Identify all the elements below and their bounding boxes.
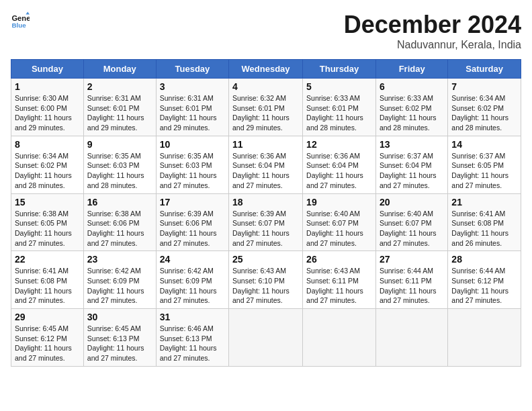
calendar-cell — [375, 309, 447, 367]
calendar-cell: 5Sunrise: 6:33 AM Sunset: 6:01 PM Daylig… — [303, 79, 376, 136]
day-info: Sunrise: 6:40 AM Sunset: 6:07 PM Dayligh… — [306, 209, 372, 248]
calendar-cell: 1Sunrise: 6:30 AM Sunset: 6:00 PM Daylig… — [11, 79, 84, 136]
day-info: Sunrise: 6:39 AM Sunset: 6:06 PM Dayligh… — [160, 209, 225, 248]
day-info: Sunrise: 6:42 AM Sunset: 6:09 PM Dayligh… — [160, 266, 225, 306]
day-number: 9 — [87, 139, 152, 150]
day-number: 25 — [232, 254, 299, 265]
calendar-cell: 17Sunrise: 6:39 AM Sunset: 6:06 PM Dayli… — [156, 193, 228, 251]
calendar-cell: 25Sunrise: 6:43 AM Sunset: 6:10 PM Dayli… — [229, 251, 303, 309]
calendar-cell: 3Sunrise: 6:31 AM Sunset: 6:01 PM Daylig… — [156, 79, 228, 136]
day-number: 26 — [306, 254, 372, 265]
day-number: 23 — [87, 254, 152, 265]
day-info: Sunrise: 6:36 AM Sunset: 6:04 PM Dayligh… — [232, 151, 299, 191]
calendar-cell: 27Sunrise: 6:44 AM Sunset: 6:11 PM Dayli… — [375, 251, 447, 309]
svg-text:Blue: Blue — [11, 21, 26, 29]
calendar-cell: 20Sunrise: 6:40 AM Sunset: 6:07 PM Dayli… — [375, 193, 447, 251]
day-number: 22 — [15, 254, 80, 265]
day-info: Sunrise: 6:36 AM Sunset: 6:04 PM Dayligh… — [306, 151, 372, 191]
calendar-cell: 30Sunrise: 6:45 AM Sunset: 6:13 PM Dayli… — [83, 309, 156, 367]
calendar-cell: 4Sunrise: 6:32 AM Sunset: 6:01 PM Daylig… — [229, 79, 303, 136]
calendar-cell: 31Sunrise: 6:46 AM Sunset: 6:13 PM Dayli… — [156, 309, 228, 367]
day-info: Sunrise: 6:43 AM Sunset: 6:11 PM Dayligh… — [306, 266, 372, 306]
calendar-cell: 18Sunrise: 6:39 AM Sunset: 6:07 PM Dayli… — [229, 193, 303, 251]
day-number: 5 — [306, 81, 372, 92]
calendar-week-1: 1Sunrise: 6:30 AM Sunset: 6:00 PM Daylig… — [11, 79, 521, 136]
day-number: 30 — [87, 312, 152, 322]
calendar-cell: 6Sunrise: 6:33 AM Sunset: 6:02 PM Daylig… — [375, 79, 447, 136]
calendar-week-5: 29Sunrise: 6:45 AM Sunset: 6:12 PM Dayli… — [11, 309, 521, 367]
day-number: 2 — [87, 81, 152, 92]
day-number: 17 — [160, 197, 225, 208]
calendar-cell: 29Sunrise: 6:45 AM Sunset: 6:12 PM Dayli… — [11, 309, 84, 367]
calendar-cell: 10Sunrise: 6:35 AM Sunset: 6:03 PM Dayli… — [156, 136, 228, 193]
day-number: 15 — [15, 197, 80, 208]
day-info: Sunrise: 6:35 AM Sunset: 6:03 PM Dayligh… — [87, 151, 152, 191]
svg-marker-2 — [26, 11, 30, 14]
column-header-thursday: Thursday — [303, 60, 376, 79]
day-number: 12 — [306, 139, 372, 150]
calendar-cell: 12Sunrise: 6:36 AM Sunset: 6:04 PM Dayli… — [303, 136, 376, 193]
column-header-tuesday: Tuesday — [156, 60, 228, 79]
calendar-cell — [303, 309, 376, 367]
day-number: 3 — [160, 81, 225, 92]
day-info: Sunrise: 6:40 AM Sunset: 6:07 PM Dayligh… — [380, 209, 444, 248]
day-number: 1 — [15, 81, 80, 92]
calendar-cell: 13Sunrise: 6:37 AM Sunset: 6:04 PM Dayli… — [375, 136, 447, 193]
day-info: Sunrise: 6:41 AM Sunset: 6:08 PM Dayligh… — [15, 266, 80, 306]
column-header-friday: Friday — [375, 60, 447, 79]
calendar-week-2: 8Sunrise: 6:34 AM Sunset: 6:02 PM Daylig… — [11, 136, 521, 193]
calendar-table: SundayMondayTuesdayWednesdayThursdayFrid… — [11, 59, 521, 367]
calendar-cell: 11Sunrise: 6:36 AM Sunset: 6:04 PM Dayli… — [229, 136, 303, 193]
calendar-cell: 26Sunrise: 6:43 AM Sunset: 6:11 PM Dayli… — [303, 251, 376, 309]
day-info: Sunrise: 6:35 AM Sunset: 6:03 PM Dayligh… — [160, 151, 225, 191]
day-info: Sunrise: 6:31 AM Sunset: 6:01 PM Dayligh… — [87, 93, 152, 133]
day-number: 13 — [380, 139, 444, 150]
day-info: Sunrise: 6:39 AM Sunset: 6:07 PM Dayligh… — [232, 209, 299, 248]
calendar-cell — [229, 309, 303, 367]
day-info: Sunrise: 6:38 AM Sunset: 6:05 PM Dayligh… — [15, 209, 80, 248]
day-info: Sunrise: 6:33 AM Sunset: 6:02 PM Dayligh… — [380, 93, 444, 133]
day-number: 7 — [451, 81, 517, 92]
day-info: Sunrise: 6:37 AM Sunset: 6:04 PM Dayligh… — [380, 151, 444, 191]
day-number: 27 — [380, 254, 444, 265]
day-info: Sunrise: 6:44 AM Sunset: 6:12 PM Dayligh… — [451, 266, 517, 306]
day-info: Sunrise: 6:42 AM Sunset: 6:09 PM Dayligh… — [87, 266, 152, 306]
calendar-cell — [448, 309, 521, 367]
day-info: Sunrise: 6:34 AM Sunset: 6:02 PM Dayligh… — [451, 93, 517, 133]
day-number: 14 — [451, 139, 517, 150]
day-number: 29 — [15, 312, 80, 322]
day-info: Sunrise: 6:45 AM Sunset: 6:13 PM Dayligh… — [87, 324, 152, 363]
calendar-header-row: SundayMondayTuesdayWednesdayThursdayFrid… — [11, 60, 521, 79]
day-number: 24 — [160, 254, 225, 265]
calendar-cell: 22Sunrise: 6:41 AM Sunset: 6:08 PM Dayli… — [11, 251, 84, 309]
day-number: 8 — [15, 139, 80, 150]
calendar-cell: 28Sunrise: 6:44 AM Sunset: 6:12 PM Dayli… — [448, 251, 521, 309]
day-info: Sunrise: 6:30 AM Sunset: 6:00 PM Dayligh… — [15, 93, 80, 133]
calendar-cell: 24Sunrise: 6:42 AM Sunset: 6:09 PM Dayli… — [156, 251, 228, 309]
day-number: 6 — [380, 81, 444, 92]
calendar-cell: 14Sunrise: 6:37 AM Sunset: 6:05 PM Dayli… — [448, 136, 521, 193]
day-number: 28 — [451, 254, 517, 265]
day-info: Sunrise: 6:33 AM Sunset: 6:01 PM Dayligh… — [306, 93, 372, 133]
calendar-week-3: 15Sunrise: 6:38 AM Sunset: 6:05 PM Dayli… — [11, 193, 521, 251]
location-title: Naduvannur, Kerala, India — [344, 39, 521, 51]
day-number: 19 — [306, 197, 372, 208]
calendar-cell: 9Sunrise: 6:35 AM Sunset: 6:03 PM Daylig… — [83, 136, 156, 193]
day-number: 21 — [451, 197, 517, 208]
column-header-monday: Monday — [83, 60, 156, 79]
day-info: Sunrise: 6:32 AM Sunset: 6:01 PM Dayligh… — [232, 93, 299, 133]
calendar-week-4: 22Sunrise: 6:41 AM Sunset: 6:08 PM Dayli… — [11, 251, 521, 309]
day-number: 11 — [232, 139, 299, 150]
calendar-cell: 23Sunrise: 6:42 AM Sunset: 6:09 PM Dayli… — [83, 251, 156, 309]
day-info: Sunrise: 6:31 AM Sunset: 6:01 PM Dayligh… — [160, 93, 225, 133]
day-number: 4 — [232, 81, 299, 92]
day-info: Sunrise: 6:34 AM Sunset: 6:02 PM Dayligh… — [15, 151, 80, 191]
title-block: December 2024 Naduvannur, Kerala, India — [344, 11, 521, 51]
day-info: Sunrise: 6:45 AM Sunset: 6:12 PM Dayligh… — [15, 324, 80, 363]
calendar-cell: 21Sunrise: 6:41 AM Sunset: 6:08 PM Dayli… — [448, 193, 521, 251]
day-number: 18 — [232, 197, 299, 208]
logo-icon: General Blue — [11, 11, 30, 30]
calendar-cell: 8Sunrise: 6:34 AM Sunset: 6:02 PM Daylig… — [11, 136, 84, 193]
calendar-cell: 19Sunrise: 6:40 AM Sunset: 6:07 PM Dayli… — [303, 193, 376, 251]
page-header: General Blue December 2024 Naduvannur, K… — [11, 11, 521, 51]
